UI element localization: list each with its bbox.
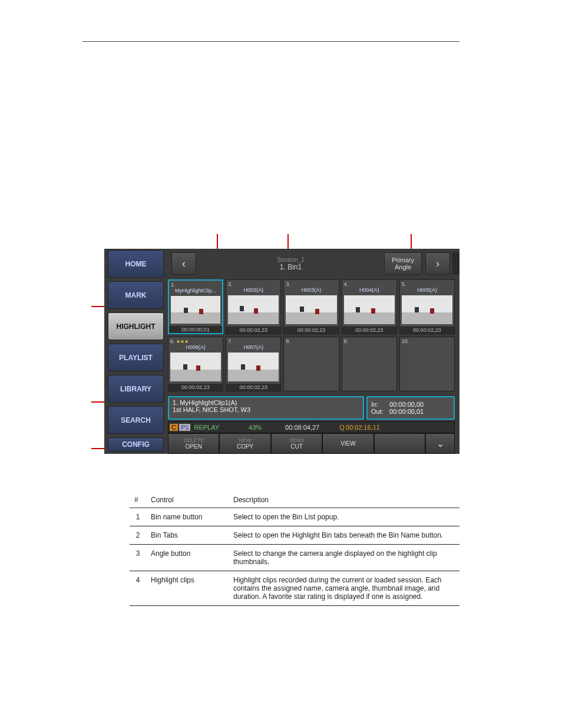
softkey-view[interactable]: VIEW xyxy=(322,433,373,454)
callout-line xyxy=(287,234,289,249)
clip-thumbnail xyxy=(228,353,279,381)
highlight-screen: HOME MARK HIGHLIGHT PLAYLIST LIBRARY SEA… xyxy=(104,249,459,454)
highlight-clip-empty[interactable]: 8. xyxy=(283,337,339,391)
softkey-copy[interactable]: NEW COPY xyxy=(219,433,270,454)
nav-library[interactable]: LIBRARY xyxy=(108,375,164,403)
highlight-grid: 1. MyHighlightClip... 00:00:00,01 2. H00… xyxy=(168,279,455,391)
clip-duration: 00:00:02,23 xyxy=(226,384,280,391)
highlight-clip[interactable]: 6. ★★★ H006(A) 00:00:02,23 xyxy=(168,337,223,391)
highlight-clip-empty[interactable]: 9. xyxy=(342,337,397,391)
softkey-open[interactable]: DELETE OPEN xyxy=(168,433,219,454)
highlight-clip[interactable]: 2. H002(A) 00:00:02,23 xyxy=(226,279,281,334)
clip-duration: 00:00:02,23 xyxy=(226,327,280,334)
clip-info-tc[interactable]: In: 00:00:00,00 Out: 00:00:00,01 xyxy=(366,396,455,420)
clip-thumbnail xyxy=(171,296,220,324)
highlight-clip[interactable]: 1. MyHighlightClip... 00:00:00,01 xyxy=(168,279,223,334)
softkey-cut[interactable]: SEND CUT xyxy=(271,433,322,454)
clip-duration: 00:00:02,23 xyxy=(342,327,396,334)
status-cue-timecode: 00:02:16,11 xyxy=(346,424,380,431)
status-speed: 43% xyxy=(249,424,262,431)
status-c-badge: C xyxy=(170,424,178,431)
page-header-rule xyxy=(82,41,459,42)
nav-highlight[interactable]: HIGHLIGHT xyxy=(108,312,164,340)
highlight-clip-empty[interactable]: 10. xyxy=(399,337,455,391)
highlight-clip[interactable]: 3. H003(A) 00:00:02,23 xyxy=(283,279,339,334)
status-timecode: 00:08:04,27 xyxy=(285,424,319,431)
nav-config[interactable]: CONFIG xyxy=(108,437,164,452)
highlight-clip[interactable]: 5. H005(A) 00:00:02,23 xyxy=(399,279,455,334)
chevron-down-icon: ⌄ xyxy=(437,438,444,449)
callout-line xyxy=(411,234,412,249)
table-row: 1 Bin name button Select to open the Bin… xyxy=(130,508,459,526)
softkey-blank[interactable] xyxy=(374,433,425,454)
clip-duration: 00:00:02,23 xyxy=(400,327,454,334)
highlight-clip[interactable]: 4. H004(A) 00:00:02,23 xyxy=(342,279,397,334)
clip-thumbnail xyxy=(286,295,336,324)
nav-mark[interactable]: MARK xyxy=(108,281,164,309)
bin-header: ‹ Session_1 1. Bin1 Primary Angle › xyxy=(169,249,459,278)
nav-search[interactable]: SEARCH xyxy=(108,406,164,434)
softkey-bar: DELETE OPEN NEW COPY SEND CUT VIEW ⌄ xyxy=(168,433,455,454)
callout-line xyxy=(217,234,218,249)
angle-button[interactable]: Primary Angle xyxy=(384,252,422,275)
table-header: Control xyxy=(146,492,229,508)
spacer xyxy=(452,252,459,275)
status-mode: REPLAY xyxy=(194,424,219,431)
table-header: Description xyxy=(229,492,459,508)
clip-thumbnail xyxy=(402,295,452,324)
clip-thumbnail xyxy=(228,295,279,324)
table-header: # xyxy=(130,492,146,508)
softkey-more[interactable]: ⌄ xyxy=(425,433,455,454)
star-rating-icon: ★★★ xyxy=(176,339,189,344)
controls-table: # Control Description 1 Bin name button … xyxy=(130,492,459,606)
bin-name-button[interactable]: Session_1 1. Bin1 xyxy=(199,256,383,271)
chevron-right-icon: › xyxy=(436,257,439,270)
table-row: 2 Bin Tabs Select to open the Highlight … xyxy=(130,526,459,545)
side-nav: HOME MARK HIGHLIGHT PLAYLIST LIBRARY SEA… xyxy=(104,249,166,454)
clip-duration: 00:00:02,23 xyxy=(168,384,223,391)
transport-status: C P1 REPLAY 43% 00:08:04,27 Q 00:02:16,1… xyxy=(168,421,455,433)
chevron-left-icon: ‹ xyxy=(182,257,186,270)
session-label: Session_1 xyxy=(199,256,383,263)
status-p1-badge: P1 xyxy=(179,424,190,431)
nav-home[interactable]: HOME xyxy=(108,250,164,278)
bin-prev[interactable]: ‹ xyxy=(171,252,196,275)
clip-thumbnail xyxy=(170,353,221,381)
clip-info-panel: 1. MyHighlightClip1(A) 1st HALF, NICE SH… xyxy=(168,396,455,420)
clip-duration: 00:00:00,01 xyxy=(169,326,222,333)
highlight-clip[interactable]: 7. H007(A) 00:00:02,23 xyxy=(226,337,281,391)
bin-next[interactable]: › xyxy=(425,252,450,275)
clip-thumbnail xyxy=(344,295,395,324)
status-q-icon: Q xyxy=(339,424,345,431)
bin-label: 1. Bin1 xyxy=(199,263,383,271)
table-row: 4 Highlight clips Highlight clips record… xyxy=(130,571,459,606)
clip-info-name[interactable]: 1. MyHighlightClip1(A) 1st HALF, NICE SH… xyxy=(168,396,364,420)
nav-playlist[interactable]: PLAYLIST xyxy=(108,344,164,371)
table-row: 3 Angle button Select to change the came… xyxy=(130,545,459,571)
clip-duration: 00:00:02,23 xyxy=(284,327,338,334)
